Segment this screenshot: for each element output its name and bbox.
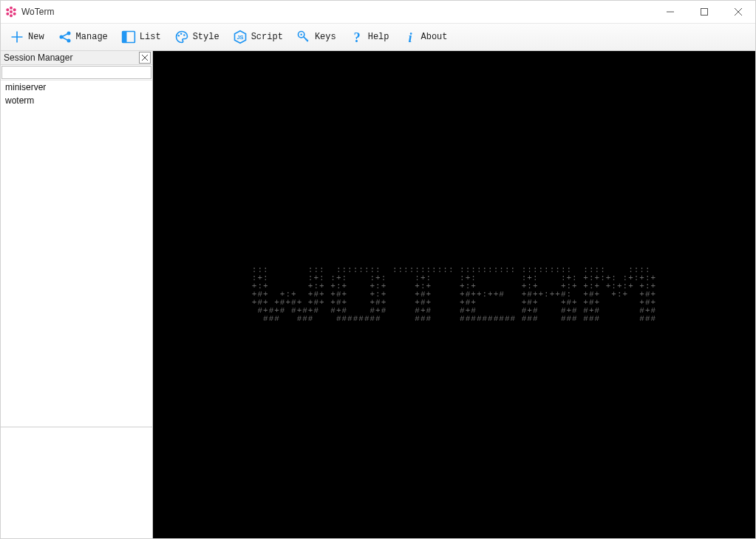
app-icon	[5, 6, 17, 18]
toolbar-style-button[interactable]: Style	[168, 27, 225, 47]
toolbar-list-button[interactable]: List	[115, 27, 167, 47]
svg-text:JS: JS	[236, 34, 243, 41]
svg-point-3	[13, 13, 16, 16]
svg-point-17	[180, 33, 183, 35]
toolbar-label: Script	[251, 32, 283, 42]
svg-point-6	[6, 8, 9, 11]
window-close-button[interactable]	[721, 1, 755, 23]
toolbar-keys-button[interactable]: Keys	[290, 27, 342, 47]
info-icon: i	[403, 30, 418, 44]
session-search-input[interactable]	[1, 66, 151, 79]
session-detail-panel	[1, 427, 152, 538]
toolbar-label: Style	[193, 32, 219, 42]
svg-point-5	[6, 13, 9, 16]
session-item[interactable]: miniserver	[1, 81, 152, 94]
js-icon: JS	[233, 30, 248, 44]
svg-rect-8	[701, 9, 708, 16]
svg-point-1	[10, 7, 13, 10]
svg-point-4	[10, 14, 13, 17]
list-panel-icon	[121, 30, 136, 44]
toolbar: New Manage List Style JS Script	[1, 24, 755, 51]
plus-icon	[10, 30, 24, 44]
toolbar-label: About	[421, 32, 448, 42]
svg-point-16	[177, 35, 180, 37]
ascii-logo: ::: ::: :::::::: ::::::::::: :::::::::: …	[252, 266, 656, 323]
session-search-row	[1, 65, 152, 81]
panel-close-button[interactable]	[139, 52, 151, 64]
svg-text:i: i	[408, 30, 412, 44]
toolbar-about-button[interactable]: i About	[397, 27, 454, 47]
session-list: miniserver woterm	[1, 81, 152, 427]
svg-point-0	[10, 10, 13, 13]
panel-header: Session Manager	[1, 51, 152, 65]
toolbar-help-button[interactable]: ? Help	[344, 27, 395, 47]
session-item[interactable]: woterm	[1, 94, 152, 107]
toolbar-manage-button[interactable]: Manage	[52, 27, 114, 47]
toolbar-new-button[interactable]: New	[4, 27, 50, 47]
svg-point-2	[13, 8, 16, 11]
svg-point-21	[300, 33, 302, 35]
toolbar-label: List	[140, 32, 161, 42]
toolbar-label: Keys	[315, 32, 336, 42]
toolbar-label: Help	[368, 32, 389, 42]
toolbar-script-button[interactable]: JS Script	[227, 27, 289, 47]
share-icon	[58, 30, 72, 44]
app-title: WoTerm	[21, 7, 54, 17]
svg-point-18	[183, 34, 185, 36]
window-maximize-button[interactable]	[687, 1, 721, 23]
toolbar-label: New	[28, 32, 44, 42]
body: Session Manager miniserver woterm ::: ::…	[1, 51, 755, 538]
session-manager-panel: Session Manager miniserver woterm	[1, 51, 153, 538]
question-icon: ?	[350, 30, 364, 44]
palette-icon	[174, 30, 189, 44]
toolbar-label: Manage	[76, 32, 108, 42]
terminal-area[interactable]: ::: ::: :::::::: ::::::::::: :::::::::: …	[153, 51, 755, 538]
svg-rect-15	[122, 32, 126, 43]
svg-text:?: ?	[353, 30, 360, 44]
titlebar: WoTerm	[1, 1, 755, 24]
window-minimize-button[interactable]	[653, 1, 687, 23]
app-window: WoTerm New Manage L	[0, 0, 756, 539]
panel-title: Session Manager	[4, 52, 139, 63]
key-icon	[296, 30, 311, 44]
